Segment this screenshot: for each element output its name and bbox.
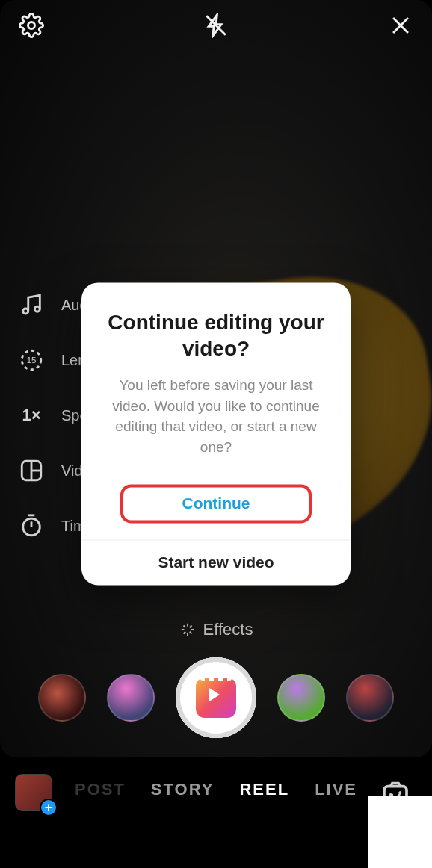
timer-icon [16,511,46,541]
effect-thumb[interactable] [277,674,325,722]
length-tool[interactable]: 15 Length [16,345,84,375]
effect-thumb[interactable] [346,674,394,722]
svg-point-4 [23,309,28,314]
top-bar [0,10,432,40]
layout-icon [16,456,46,486]
audio-tool[interactable]: Audio [16,290,84,320]
dialog-body: You left before saving your last video. … [104,375,328,457]
effect-carousel [0,657,432,738]
svg-point-5 [34,306,40,311]
corner-overlay [368,796,432,868]
effect-thumb[interactable] [38,674,86,722]
side-tool-rail: Audio 15 Length 1× Speed Video layout [16,290,84,541]
dialog-title: Continue editing your video? [104,309,328,362]
length-icon: 15 [16,345,46,375]
effects-label: Effects [203,620,253,639]
settings-icon[interactable] [16,10,46,40]
svg-text:15: 15 [27,356,37,365]
shutter-button[interactable] [176,657,256,738]
continue-editing-dialog: Continue editing your video? You left be… [81,282,351,585]
mode-post[interactable]: POST [75,780,126,799]
sparkle-icon [179,621,196,638]
continue-button[interactable]: Continue [120,485,312,524]
start-new-video-button[interactable]: Start new video [81,541,351,586]
timer-tool[interactable]: Timer [16,511,84,541]
svg-point-0 [28,22,34,28]
music-note-icon [16,290,46,320]
plus-icon: + [40,799,58,816]
reels-camera-screen: Audio 15 Length 1× Speed Video layout [0,0,432,868]
timer-label: Timer [61,518,84,535]
speed-icon: 1× [16,400,46,430]
speed-tool[interactable]: 1× Speed [16,400,84,430]
close-icon[interactable] [386,10,416,40]
effect-thumb[interactable] [107,674,155,722]
effects-button[interactable]: Effects [0,620,432,639]
audio-label: Audio [61,297,84,314]
layout-tool[interactable]: Video layout [16,456,84,486]
flash-off-icon[interactable] [201,10,231,40]
layout-label: Video layout [61,462,84,480]
reels-icon [196,678,236,718]
mode-reel[interactable]: REEL [239,780,289,799]
speed-label: Speed [61,407,84,424]
bottom-bar: + POST STORY REEL LIVE [0,757,432,868]
length-label: Length [61,352,84,369]
mode-story[interactable]: STORY [151,780,215,799]
mode-live[interactable]: LIVE [315,780,357,799]
